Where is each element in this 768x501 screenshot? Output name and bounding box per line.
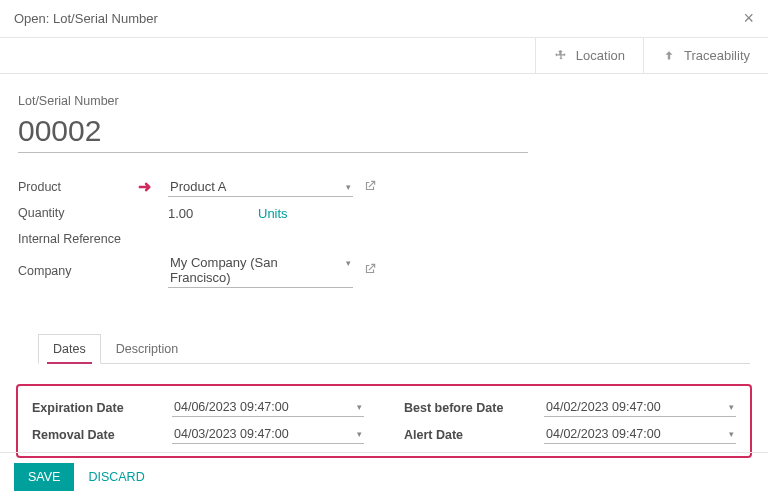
modal-footer: SAVE DISCARD [0, 452, 768, 501]
product-value: Product A [170, 179, 226, 194]
alert-value: 04/02/2023 09:47:00 [546, 427, 661, 441]
dates-panel: Expiration Date 04/06/2023 09:47:00 ▾ Re… [16, 384, 752, 458]
close-icon[interactable]: × [743, 8, 754, 29]
alert-input[interactable]: 04/02/2023 09:47:00 ▾ [544, 425, 736, 444]
chevron-down-icon: ▾ [729, 402, 734, 412]
company-label: Company [18, 264, 168, 278]
chevron-down-icon: ▾ [357, 402, 362, 412]
company-select[interactable]: My Company (San Francisco) ▾ [168, 253, 353, 288]
product-row: ➜ Product Product A ▾ [18, 175, 750, 199]
quantity-row: Quantity 1.00 Units [18, 201, 750, 225]
company-value: My Company (San Francisco) [170, 255, 278, 285]
units-link[interactable]: Units [258, 206, 288, 221]
location-button[interactable]: Location [535, 38, 643, 73]
modal-header: Open: Lot/Serial Number × [0, 0, 768, 38]
company-row: Company My Company (San Francisco) ▾ [18, 253, 750, 288]
external-link-icon[interactable] [363, 262, 377, 279]
alert-label: Alert Date [404, 428, 544, 442]
bestbefore-row: Best before Date 04/02/2023 09:47:00 ▾ [404, 398, 736, 417]
removal-row: Removal Date 04/03/2023 09:47:00 ▾ [32, 425, 364, 444]
tab-dates[interactable]: Dates [38, 334, 101, 364]
removal-value: 04/03/2023 09:47:00 [174, 427, 289, 441]
arrow-annotation-icon: ➜ [138, 177, 151, 196]
removal-input[interactable]: 04/03/2023 09:47:00 ▾ [172, 425, 364, 444]
product-select[interactable]: Product A ▾ [168, 177, 353, 197]
quantity-value: 1.00 [168, 206, 258, 221]
lot-serial-input[interactable] [18, 112, 528, 153]
traceability-button[interactable]: Traceability [643, 38, 768, 73]
expiration-value: 04/06/2023 09:47:00 [174, 400, 289, 414]
arrow-up-icon [662, 49, 676, 63]
form-content: Lot/Serial Number ➜ Product Product A ▾ … [0, 74, 768, 374]
quantity-label: Quantity [18, 206, 168, 220]
internal-ref-row: Internal Reference [18, 227, 750, 251]
form-grid: ➜ Product Product A ▾ Quantity 1.00 Unit… [18, 175, 750, 288]
bestbefore-value: 04/02/2023 09:47:00 [546, 400, 661, 414]
chevron-down-icon: ▾ [346, 182, 351, 192]
tab-description[interactable]: Description [101, 334, 194, 364]
discard-button[interactable]: DISCARD [88, 470, 144, 484]
bestbefore-input[interactable]: 04/02/2023 09:47:00 ▾ [544, 398, 736, 417]
chevron-down-icon: ▾ [729, 429, 734, 439]
tabs: Dates Description [38, 334, 750, 364]
expiration-row: Expiration Date 04/06/2023 09:47:00 ▾ [32, 398, 364, 417]
chevron-down-icon: ▾ [346, 258, 351, 268]
lot-serial-label: Lot/Serial Number [18, 94, 750, 108]
traceability-label: Traceability [684, 48, 750, 63]
alert-row: Alert Date 04/02/2023 09:47:00 ▾ [404, 425, 736, 444]
expiration-input[interactable]: 04/06/2023 09:47:00 ▾ [172, 398, 364, 417]
modal-title: Open: Lot/Serial Number [14, 11, 158, 26]
save-button[interactable]: SAVE [14, 463, 74, 491]
dates-col-right: Best before Date 04/02/2023 09:47:00 ▾ A… [404, 398, 736, 444]
bestbefore-label: Best before Date [404, 401, 544, 415]
removal-label: Removal Date [32, 428, 172, 442]
dates-col-left: Expiration Date 04/06/2023 09:47:00 ▾ Re… [32, 398, 364, 444]
location-label: Location [576, 48, 625, 63]
move-icon [554, 49, 568, 63]
external-link-icon[interactable] [363, 179, 377, 196]
internal-ref-label: Internal Reference [18, 232, 168, 246]
top-actions: Location Traceability [0, 38, 768, 74]
chevron-down-icon: ▾ [357, 429, 362, 439]
expiration-label: Expiration Date [32, 401, 172, 415]
